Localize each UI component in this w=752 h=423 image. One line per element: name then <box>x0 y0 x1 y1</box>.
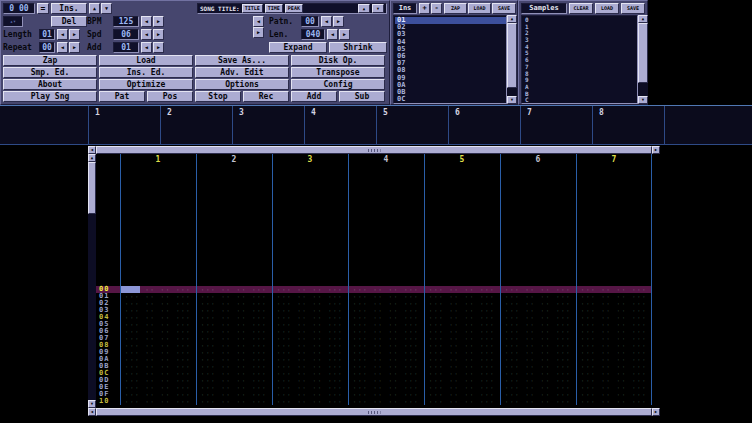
sample-item[interactable]: 2 <box>523 30 637 37</box>
pattern-cell[interactable]: ··· ·· ·· ··· <box>500 391 576 398</box>
sample-item[interactable]: 7 <box>523 64 637 71</box>
channel-header[interactable]: 2 <box>196 154 272 165</box>
scrollbar-track[interactable] <box>96 408 652 416</box>
pattern-cell[interactable]: ··· ·· ·· ··· <box>576 363 652 370</box>
delete-position-button[interactable]: Del <box>51 16 87 27</box>
shrink-button[interactable]: Shrink <box>329 42 387 53</box>
pattern-cell[interactable]: ··· ·· ·· ··· <box>348 363 424 370</box>
pattern-cell[interactable]: ··· ·· ·· ··· <box>348 300 424 307</box>
scroll-right-icon[interactable]: ▶ <box>652 408 660 416</box>
instrument-item[interactable]: 0C <box>395 96 506 103</box>
pattern-cell[interactable]: ··· ·· ·· ··· <box>196 300 272 307</box>
pattern-cell[interactable]: ··· ·· ·· ··· <box>120 300 196 307</box>
pattern-cell[interactable]: ··· ·· ·· ··· <box>272 342 348 349</box>
pattern-cell[interactable]: ··· ·· ·· ··· <box>120 398 196 405</box>
pattern-row[interactable]: 02··· ·· ·· ······ ·· ·· ······ ·· ·· ··… <box>96 300 652 307</box>
sample-item[interactable]: 4 <box>523 44 637 51</box>
pattern-length-inc-button[interactable]: ▶ <box>339 29 350 40</box>
scroll-thumb[interactable] <box>88 162 96 214</box>
sample-item[interactable]: 1 <box>523 24 637 31</box>
pattern-cell[interactable]: ··· ·· ·· ··· <box>348 321 424 328</box>
menu-button-ins-ed[interactable]: Ins. Ed. <box>99 67 193 78</box>
title-up-button[interactable]: ▲ <box>358 4 370 13</box>
pattern-cell[interactable]: ··· ·· ·· ··· <box>196 370 272 377</box>
transport-button-stop[interactable]: Stop <box>195 91 241 102</box>
pattern-cell[interactable]: ··· ·· ·· ··· <box>272 335 348 342</box>
pattern-cell[interactable]: ··· ·· ·· ··· <box>576 356 652 363</box>
pattern-cell[interactable]: ··· ·· ·· ··· <box>120 307 196 314</box>
pattern-row[interactable]: 0F··· ·· ·· ······ ·· ·· ······ ·· ·· ··… <box>96 391 652 398</box>
pattern-cell[interactable]: ··· ·· ·· ··· <box>500 342 576 349</box>
section-flip-right-button[interactable]: ▶ <box>253 27 264 38</box>
sample-item[interactable]: 9 <box>523 77 637 84</box>
channel-header[interactable]: 1 <box>120 154 196 165</box>
pattern-cell[interactable]: ··· ·· ·· ··· <box>196 356 272 363</box>
menu-button-adv-edit[interactable]: Adv. Edit <box>195 67 289 78</box>
menu-button-about[interactable]: About <box>3 79 97 90</box>
position-scrollbar[interactable]: ▴▾ <box>3 16 23 27</box>
pattern-cell[interactable]: ··· ·· ·· ··· <box>500 328 576 335</box>
pattern-cell[interactable]: ··· ·· ·· ··· <box>272 377 348 384</box>
scrollbar-track[interactable] <box>96 146 652 154</box>
pattern-cell[interactable]: ··· ·· ·· ··· <box>424 286 500 293</box>
pattern-row[interactable]: 0A··· ·· ·· ······ ·· ·· ······ ·· ·· ··… <box>96 356 652 363</box>
menu-button-load[interactable]: Load <box>99 55 193 66</box>
pattern-cell[interactable]: ··· ·· ·· ··· <box>348 328 424 335</box>
instrument-list[interactable]: 0102030405060708090A0B0C <box>393 15 507 104</box>
pattern-cell[interactable]: ··· ·· ·· ··· <box>424 377 500 384</box>
menu-button-disk-op[interactable]: Disk Op. <box>291 55 385 66</box>
pattern-cell[interactable]: ··· ·· ·· ··· <box>576 342 652 349</box>
pattern-cell[interactable]: ··· ·· ·· ··· <box>576 314 652 321</box>
pattern-bottom-scrollbar[interactable]: ◀ ▶ <box>88 408 660 416</box>
pattern-cell[interactable]: ··· ·· ·· ··· <box>272 314 348 321</box>
pattern-cell[interactable]: ··· ·· ·· ··· <box>500 377 576 384</box>
transport-button-add[interactable]: Add <box>291 91 337 102</box>
transport-button-play-sng[interactable]: Play Sng <box>3 91 97 102</box>
pattern-cell[interactable]: ··· ·· ·· ··· <box>576 398 652 405</box>
pattern-cell[interactable]: ··· ·· ·· ··· <box>576 391 652 398</box>
pattern-cell[interactable]: ··· ·· ·· ··· <box>120 356 196 363</box>
pattern-cell[interactable]: ··· ·· ·· ··· <box>120 363 196 370</box>
pattern-cell[interactable]: ··· ·· ·· ··· <box>576 286 652 293</box>
expand-button[interactable]: Expand <box>269 42 327 53</box>
pattern-cell[interactable]: ··· ·· ·· ··· <box>424 356 500 363</box>
channel-header[interactable]: 6 <box>500 154 576 165</box>
pattern-cell[interactable]: ··· ·· ·· ··· <box>120 342 196 349</box>
sample-item[interactable]: 3 <box>523 37 637 44</box>
sample-item[interactable]: 6 <box>523 57 637 64</box>
pattern-cell[interactable]: ··· ·· ·· ··· <box>348 286 424 293</box>
pattern-cell[interactable]: ··· ·· ·· ··· <box>272 384 348 391</box>
pattern-cell[interactable]: ··· ·· ·· ··· <box>272 293 348 300</box>
length-dec-button[interactable]: ◀ <box>57 29 68 40</box>
scope-channel[interactable]: 4 <box>304 106 376 144</box>
instrument-zap-button[interactable]: Zap <box>444 3 467 14</box>
pattern-cell[interactable]: ··· ·· ·· ··· <box>424 314 500 321</box>
pattern-cell[interactable]: ··· ·· ·· ··· <box>424 300 500 307</box>
pattern-cell[interactable]: ··· ·· ·· ··· <box>120 321 196 328</box>
pattern-cell[interactable]: ··· ·· ·· ··· <box>500 300 576 307</box>
instrument-item[interactable]: 07 <box>395 60 506 67</box>
instrument-item[interactable]: 03 <box>395 31 506 38</box>
scope-channel[interactable]: 6 <box>448 106 520 144</box>
instrument-remove-button[interactable]: - <box>431 3 442 14</box>
sample-load-button[interactable]: Load <box>595 3 619 14</box>
tab-title[interactable]: TITLE <box>242 4 263 13</box>
transport-button-sub[interactable]: Sub <box>339 91 385 102</box>
instrument-item[interactable]: 05 <box>395 46 506 53</box>
pattern-cell[interactable]: ··· ·· ·· ··· <box>576 293 652 300</box>
tab-time[interactable]: TIME <box>265 4 283 13</box>
pattern-cell[interactable]: ··· ·· ·· ··· <box>500 356 576 363</box>
instrument-item[interactable]: 06 <box>395 53 506 60</box>
scroll-up-icon[interactable]: ▲ <box>638 15 648 23</box>
position-display[interactable]: 0 00 <box>3 3 35 14</box>
pattern-inc-button[interactable]: ▶ <box>333 16 344 27</box>
scroll-up-icon[interactable]: ▲ <box>88 154 96 162</box>
pattern-cell[interactable]: ··· ·· ·· ··· <box>576 335 652 342</box>
pattern-cell[interactable]: ··· ·· ·· ··· <box>196 293 272 300</box>
transport-button-rec[interactable]: Rec <box>243 91 289 102</box>
pattern-row[interactable]: 01··· ·· ·· ······ ·· ·· ······ ·· ·· ··… <box>96 293 652 300</box>
pattern-cell[interactable]: ··· ·· ·· ··· <box>424 321 500 328</box>
instrument-item[interactable]: 02 <box>395 24 506 31</box>
pattern-cell[interactable]: ··· ·· ·· ··· <box>500 398 576 405</box>
pattern-cell[interactable]: ··· ·· ·· ··· <box>576 321 652 328</box>
